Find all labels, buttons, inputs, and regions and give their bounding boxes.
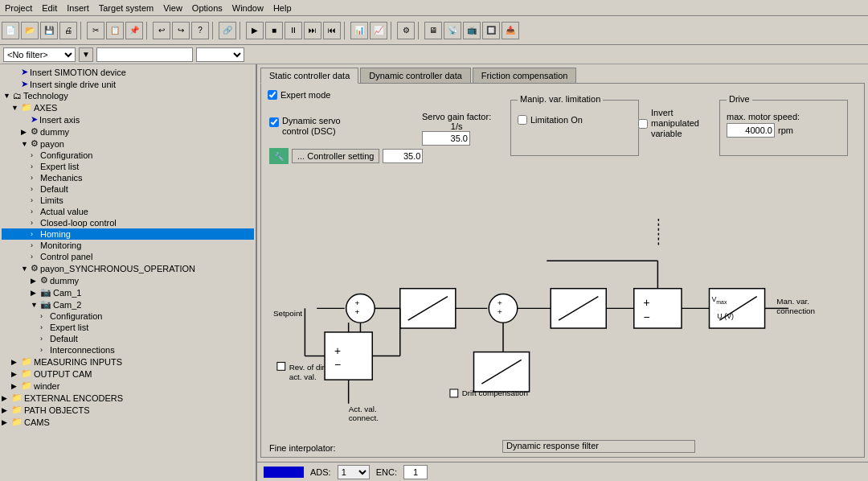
tree-item-cam2-config[interactable]: › Configuration [2,310,254,322]
tree-item-cam2-expert[interactable]: › Expert list [2,322,254,333]
run-button[interactable]: ▶ [246,22,264,39]
tree-item-axes[interactable]: ▼ 📁 AXES [2,101,254,113]
tree-item-homing[interactable]: › Homing [2,228,254,240]
tb-btn14[interactable]: 🔲 [482,22,500,39]
tree-item-limits[interactable]: › Limits [2,195,254,206]
tree-item-dummy[interactable]: ▶ ⚙ dummy [2,125,254,138]
tree-item-cam2-default[interactable]: › Default [2,333,254,344]
svg-text:connect.: connect. [349,413,379,422]
menu-help[interactable]: Help [268,2,297,14]
menu-edit[interactable]: Edit [37,2,62,14]
status-indicator [264,467,304,478]
svg-text:+: + [355,307,360,316]
simotion-icon: ➤ [21,67,28,77]
cams-icon: 📁 [11,417,23,427]
tree-item-insert-drive[interactable]: ➤ Insert single drive unit [2,78,254,90]
payon-arrow: ▼ [21,140,31,148]
tb-btn6[interactable]: ⏭ [304,22,321,39]
menu-options[interactable]: Options [187,2,227,14]
diagram-area: Setpoint + + [269,168,856,433]
tab-friction-compensation[interactable]: Friction compensation [473,68,577,83]
filter-button[interactable]: ▼ [79,47,93,62]
redo-button[interactable]: ↪ [172,22,190,39]
open-button[interactable]: 📂 [21,22,39,39]
tb-btn5[interactable]: ⏸ [285,22,302,39]
cams-arrow: ▶ [2,418,11,426]
tree-item-measuring[interactable]: ▶ 📁 MEASURING INPUTS [2,356,254,368]
dummy2-arrow: ▶ [31,277,40,285]
copy-button[interactable]: 📋 [106,22,124,39]
menu-insert[interactable]: Insert [62,2,94,14]
expert-mode-checkbox[interactable] [268,90,277,100]
tree-item-payon-sync[interactable]: ▼ ⚙ payon_SYNCHRONOUS_OPERATION [2,262,254,274]
tab-static-controller[interactable]: Static controller data [260,68,358,84]
svg-text:+: + [497,298,502,307]
tab-dynamic-controller[interactable]: Dynamic controller data [360,68,471,83]
enc-input[interactable] [403,465,428,479]
menu-project[interactable]: Project [0,2,37,14]
limitation-on-checkbox[interactable] [518,115,527,125]
svg-text:+: + [497,307,502,316]
tree-item-winder[interactable]: ▶ 📁 winder [2,380,254,392]
tb-btn11[interactable]: 🖥 [424,22,442,39]
tree-item-mechanics[interactable]: › Mechanics [2,172,254,183]
new-button[interactable]: 📄 [2,22,19,39]
tb-btn8[interactable]: 📊 [350,22,368,39]
menu-window[interactable]: Window [227,2,268,14]
search-type-select[interactable] [196,47,244,62]
tb-btn12[interactable]: 📡 [444,22,461,39]
tree-item-cam2[interactable]: ▼ 📷 Cam_2 [2,298,254,310]
payon-sync-icon: ⚙ [31,263,39,273]
menu-view[interactable]: View [158,2,187,14]
tb-btn15[interactable]: 📥 [502,22,519,39]
invert-manip-checkbox[interactable] [638,119,648,129]
search-input[interactable] [96,47,193,62]
menu-target-system[interactable]: Target system [94,2,158,14]
cam2-intercon-arrow: › [40,346,50,354]
tree-item-expert-list[interactable]: › Expert list [2,161,254,172]
tree-item-configuration[interactable]: › Configuration [2,150,254,161]
paste-button[interactable]: 📌 [125,22,143,39]
tree-item-payon[interactable]: ▼ ⚙ payon [2,138,254,150]
print-button[interactable]: 🖨 [59,22,77,39]
tb-btn9[interactable]: 📈 [370,22,387,39]
help-button[interactable]: ? [191,22,209,39]
tree-item-actual-value[interactable]: › Actual value [2,206,254,217]
tb-btn7[interactable]: ⏮ [323,22,341,39]
path-arrow: ▶ [2,406,11,414]
enc-label: ENC: [376,467,397,477]
tree-item-path-objects[interactable]: ▶ 📁 PATH OBJECTS [2,404,254,416]
tree-item-insert-simotion[interactable]: ➤ Insert SIMOTION device [2,66,254,78]
fine-interpolator-label: Fine interpolator: [269,443,336,453]
tb-btn10[interactable]: ⚙ [397,22,415,39]
connect-button[interactable]: 🔗 [219,22,236,39]
controller-value-input[interactable] [383,149,423,163]
tree-item-insert-axis[interactable]: ➤ Insert axis [2,113,254,125]
tree-item-external-enc[interactable]: ▶ 📁 EXTERNAL ENCODERS [2,392,254,404]
tree-item-dummy2[interactable]: ▶ ⚙ dummy [2,274,254,286]
vmax-block [710,289,765,328]
max-motor-speed-input[interactable] [727,123,775,138]
ads-select[interactable]: 1 [338,465,370,479]
filter-select[interactable]: <No filter> [3,47,76,62]
controller-setting-button[interactable]: ... Controller setting [292,149,379,163]
tb-btn13[interactable]: 📺 [463,22,481,39]
svg-text:−: − [644,310,650,323]
tree-item-monitoring[interactable]: › Monitoring [2,240,254,251]
save-button[interactable]: 💾 [40,22,58,39]
tree-item-output-cam[interactable]: ▶ 📁 OUTPUT CAM [2,368,254,380]
drive-icon: ➤ [21,79,28,89]
tree-item-cams[interactable]: ▶ 📁 CAMS [2,416,254,428]
dynamic-servo-checkbox[interactable] [269,117,279,127]
undo-button[interactable]: ↩ [153,22,170,39]
servo-gain-input[interactable] [422,131,470,146]
tree-item-technology[interactable]: ▼ 🗂 Technology [2,90,254,101]
stop-button[interactable]: ■ [265,22,283,39]
tree-item-control-panel[interactable]: › Control panel [2,251,254,262]
tree-item-cam1[interactable]: ▶ 📷 Cam_1 [2,286,254,298]
tree-item-cam2-intercon[interactable]: › Interconnections [2,344,254,356]
tree-item-default[interactable]: › Default [2,183,254,195]
setpoint-label: Setpoint [273,309,302,318]
tree-item-closed-loop[interactable]: › Closed-loop control [2,217,254,228]
cut-button[interactable]: ✂ [87,22,104,39]
